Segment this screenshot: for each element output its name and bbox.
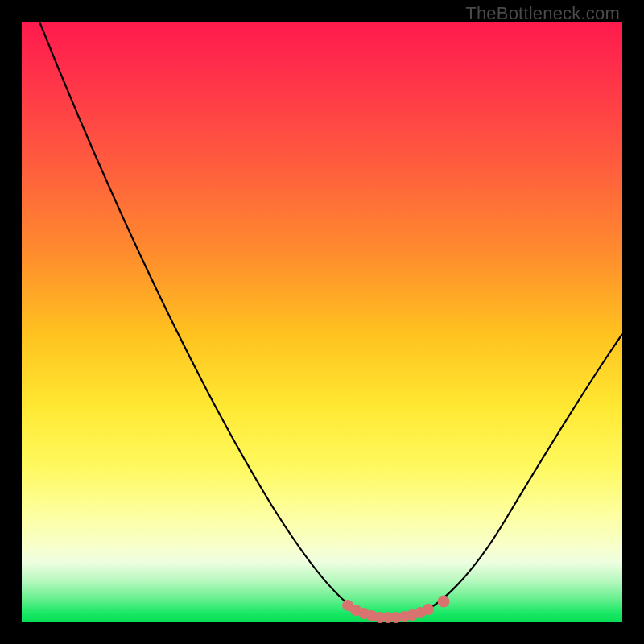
watermark-text: TheBottleneck.com [465, 3, 620, 24]
chart-svg [22, 22, 622, 622]
highlight-dots [342, 596, 450, 624]
svg-point-11 [438, 596, 450, 608]
chart-plot-area [22, 22, 622, 622]
bottleneck-curve [39, 22, 622, 617]
svg-point-10 [423, 604, 434, 615]
chart-frame: TheBottleneck.com [0, 0, 644, 644]
